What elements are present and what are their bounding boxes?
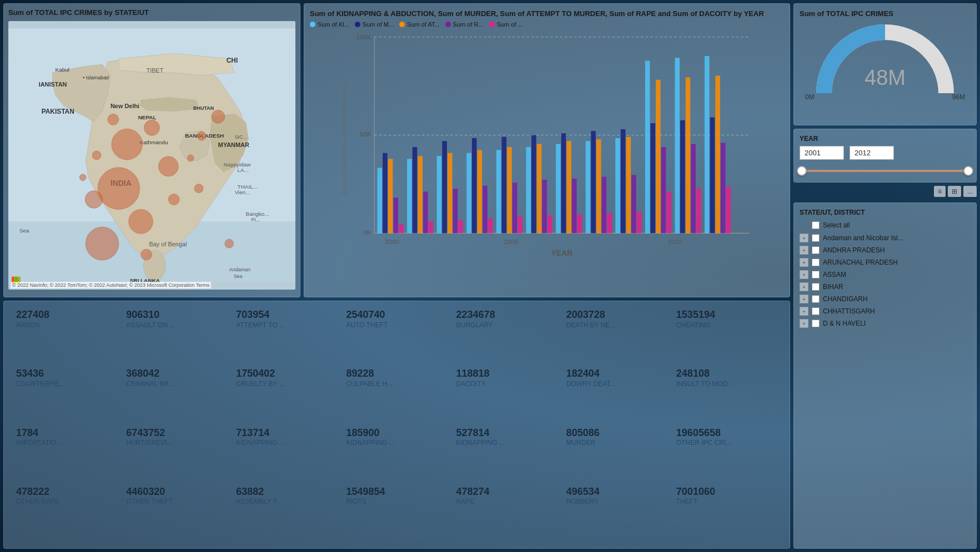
state-label-dnh: D & N HAVELI bbox=[823, 320, 866, 327]
svg-rect-84 bbox=[547, 215, 552, 233]
expand-chhattisgarh[interactable]: + bbox=[800, 307, 808, 316]
svg-rect-103 bbox=[661, 147, 666, 233]
svg-rect-78 bbox=[512, 183, 517, 233]
svg-text:YEAR: YEAR bbox=[551, 249, 572, 257]
svg-point-43 bbox=[187, 155, 194, 161]
stat-hurt[interactable]: 6743752 HURT/GREVI... bbox=[122, 425, 232, 484]
legend-label-2: Sum of M... bbox=[363, 21, 394, 28]
stat-murder[interactable]: 805086 MURDER bbox=[562, 425, 672, 484]
stat-kidnapping3[interactable]: 527814 KIDNAPPING ... bbox=[452, 425, 562, 484]
map-container[interactable]: IANISTAN Kabul • Islamabad TIBET CHI PAK… bbox=[8, 21, 295, 290]
stat-arson-value: 227408 bbox=[16, 309, 117, 321]
svg-rect-80 bbox=[526, 147, 531, 233]
state-item-assam[interactable]: + ASSAM bbox=[800, 269, 971, 281]
svg-rect-91 bbox=[591, 131, 596, 233]
svg-text:Sea: Sea bbox=[234, 274, 243, 279]
toolbar-more-btn[interactable]: ... bbox=[963, 186, 977, 197]
state-item-chandigarh[interactable]: + CHANDIGARH bbox=[800, 293, 971, 305]
stat-cheating-value: 1535194 bbox=[676, 309, 777, 321]
state-filter-panel: STATE/UT, DISTRICT Select all + Andaman … bbox=[793, 202, 977, 549]
right-panel: Sum of TOTAL IPC CRIMES 48M 0M 96M YEAR bbox=[793, 3, 977, 549]
svg-rect-68 bbox=[453, 189, 458, 233]
stat-assembly[interactable]: 63882 ASSEMBLY F... bbox=[232, 484, 341, 543]
toolbar-list-btn[interactable]: ≡ bbox=[934, 186, 946, 197]
expand-chandigarh[interactable]: + bbox=[800, 295, 808, 303]
slider-thumb-left[interactable] bbox=[797, 166, 807, 176]
expand-andaman[interactable]: + bbox=[800, 234, 808, 242]
expand-dnh[interactable]: + bbox=[800, 319, 808, 328]
select-all-checkbox[interactable] bbox=[812, 221, 820, 229]
stat-burglary[interactable]: 2234678 BURGLARY bbox=[452, 307, 562, 366]
stat-importation[interactable]: 1784 IMPORTATIO... bbox=[12, 425, 122, 484]
chart-title: Sum of KIDNAPPING & ABDUCTION, Sum of MU… bbox=[310, 9, 784, 19]
stat-attempt[interactable]: 703954 ATTEMPT TO ... bbox=[232, 307, 341, 366]
stat-rape-label: RAPE bbox=[456, 498, 557, 505]
stat-kidnapping2[interactable]: 185900 KIDNAPPING ... bbox=[341, 425, 451, 484]
checkbox-chhattisgarh[interactable] bbox=[812, 307, 820, 315]
stat-otheripc[interactable]: 19605658 OTHER IPC CRI... bbox=[672, 425, 782, 484]
state-item-bihar[interactable]: + BIHAR bbox=[800, 281, 971, 293]
svg-rect-55 bbox=[378, 168, 383, 233]
checkbox-andhra[interactable] bbox=[812, 246, 820, 254]
stat-kidnapping1[interactable]: 713714 KIDNAPPING ... bbox=[232, 425, 341, 484]
state-item-arunachal[interactable]: + ARUNACHAL PRADESH bbox=[800, 256, 971, 269]
stat-dacoity-value: 118818 bbox=[456, 368, 557, 380]
map-panel: Sum of TOTAL IPC CRIMES by STATE/UT bbox=[3, 3, 300, 297]
svg-rect-94 bbox=[607, 213, 612, 233]
svg-text:PAKISTAN: PAKISTAN bbox=[42, 108, 74, 115]
stat-arson[interactable]: 227408 ARSON bbox=[12, 307, 122, 366]
stat-riots[interactable]: 1549854 RIOTS bbox=[341, 484, 451, 543]
stat-burglary-value: 2234678 bbox=[456, 309, 557, 321]
svg-text:THAIL...: THAIL... bbox=[238, 184, 258, 190]
stat-dowrydeath[interactable]: 182404 DOWRY DEAT... bbox=[562, 366, 672, 424]
stat-dacoity[interactable]: 118818 DACOITY bbox=[452, 366, 562, 424]
expand-arunachal[interactable]: + bbox=[800, 258, 808, 267]
expand-assam[interactable]: + bbox=[800, 270, 808, 279]
stat-rape[interactable]: 478274 RAPE bbox=[452, 484, 562, 543]
svg-rect-97 bbox=[626, 137, 631, 234]
state-item-chhattisgarh[interactable]: + CHHATTISGARH bbox=[800, 305, 971, 317]
select-all-item[interactable]: Select all bbox=[800, 220, 971, 231]
year-slider[interactable] bbox=[802, 165, 968, 176]
expand-andhra[interactable]: + bbox=[800, 246, 808, 255]
stat-criminalbr[interactable]: 368042 CRIMINAL BR... bbox=[122, 366, 232, 424]
checkbox-andaman[interactable] bbox=[812, 234, 820, 242]
toolbar-grid-btn[interactable]: ⊞ bbox=[948, 186, 961, 197]
slider-thumb-right[interactable] bbox=[963, 166, 973, 176]
stat-culpable[interactable]: 89228 CULPABLE H... bbox=[341, 366, 451, 424]
stat-counterfeit[interactable]: 53436 COUNTERFIE... bbox=[12, 366, 122, 424]
stat-otherrape[interactable]: 478222 OTHER RAPE bbox=[12, 484, 122, 543]
checkbox-chandigarh[interactable] bbox=[812, 295, 820, 303]
state-label-andaman: Andaman and Nicobar Isl... bbox=[823, 234, 903, 242]
checkbox-assam[interactable] bbox=[812, 271, 820, 278]
checkbox-arunachal[interactable] bbox=[812, 259, 820, 266]
svg-text:2010: 2010 bbox=[667, 238, 682, 245]
stat-kidnapping2-value: 185900 bbox=[346, 427, 447, 439]
checkbox-bihar[interactable] bbox=[812, 283, 820, 291]
svg-rect-58 bbox=[393, 197, 398, 233]
legend-label-3: Sum of AT... bbox=[407, 21, 440, 28]
year-end-input[interactable] bbox=[850, 146, 894, 160]
stat-cheating[interactable]: 1535194 CHEATING bbox=[672, 307, 782, 366]
stat-riots-value: 1549854 bbox=[346, 486, 447, 498]
expand-bihar[interactable]: + bbox=[800, 282, 808, 291]
stat-kidnapping3-label: KIDNAPPING ... bbox=[456, 439, 557, 447]
state-item-dnh[interactable]: + D & N HAVELI bbox=[800, 317, 971, 330]
stat-cruelty[interactable]: 1750402 CRUELTY BY ... bbox=[232, 366, 341, 424]
stat-robbery[interactable]: 496534 ROBBERY bbox=[562, 484, 672, 543]
svg-point-42 bbox=[92, 151, 101, 160]
state-item-andhra[interactable]: + ANDHRA PRADESH bbox=[800, 244, 971, 256]
svg-point-34 bbox=[85, 191, 103, 209]
checkbox-dnh[interactable] bbox=[812, 320, 820, 327]
stat-theft[interactable]: 7001060 THEFT bbox=[672, 484, 782, 543]
stat-counterfeit-label: COUNTERFIE... bbox=[16, 380, 117, 388]
svg-point-44 bbox=[79, 174, 86, 181]
stat-insult[interactable]: 248108 INSULT TO MOD... bbox=[672, 366, 782, 424]
state-item-andaman[interactable]: + Andaman and Nicobar Isl... bbox=[800, 232, 971, 244]
stat-assault[interactable]: 906310 ASSAULT ON ... bbox=[122, 307, 232, 366]
year-start-input[interactable] bbox=[800, 146, 844, 160]
stat-othertheft[interactable]: 4460320 OTHER THEFT bbox=[122, 484, 232, 543]
stat-deathbyne[interactable]: 2003728 DEATH BY NE... bbox=[562, 307, 672, 366]
stat-autotheft[interactable]: 2540740 AUTO THEFT bbox=[341, 307, 451, 366]
chart-area: 100K 50K 0K Sum of KIDNAPPING & ABDUCTIO… bbox=[310, 31, 784, 263]
